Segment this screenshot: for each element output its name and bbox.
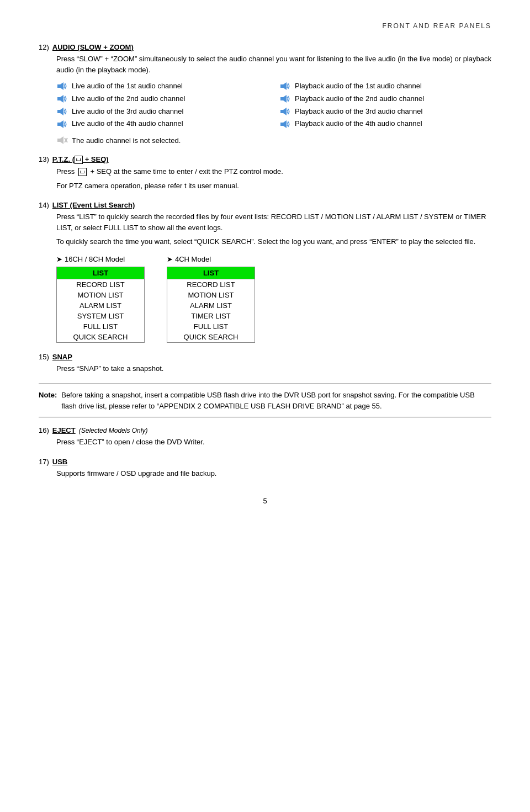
section-14-body: Press “LIST” to quickly search the recor…: [56, 211, 491, 343]
audio-item-live-1: Live audio of the 1st audio channel: [56, 81, 268, 92]
section-12-header: 12) AUDIO (SLOW + ZOOM): [39, 43, 491, 51]
section-16-header: 16) EJECT (Selected Models Only): [39, 426, 491, 434]
section-15-body: Press “SNAP” to take a snapshot.: [56, 363, 491, 374]
audio-playback-4-label: Playback audio of the 4th audio channel: [295, 118, 422, 130]
list-table-2-row-1: MOTION LIST: [167, 290, 255, 300]
svg-marker-5: [60, 95, 63, 103]
audio-playback-1-label: Playback audio of the 1st audio channel: [295, 81, 422, 92]
ptz-grid-icon-inline: ⌴: [78, 168, 87, 176]
model2-label: ➤ 4CH Model: [167, 255, 211, 263]
audio-item-playback-2: Playback audio of the 2nd audio channel: [279, 93, 491, 105]
model1-arrow: ➤: [56, 255, 62, 263]
section-14-number: 14): [39, 201, 49, 209]
list-table-1-cell-4: FULL LIST: [57, 321, 145, 332]
model2-arrow: ➤: [167, 255, 173, 263]
svg-marker-11: [283, 108, 287, 115]
list-table-2-row-2: ALARM LIST: [167, 300, 255, 311]
audio-live-2-label: Live audio of the 2nd audio channel: [72, 93, 185, 105]
svg-rect-16: [57, 139, 60, 142]
section-13-p1: Press ⌴ + SEQ at the same time to enter …: [56, 166, 491, 177]
list-table-1-cell-2: ALARM LIST: [57, 300, 145, 311]
list-table-1-row-4: FULL LIST: [57, 321, 145, 332]
audio-note-label: The audio channel is not selected.: [72, 136, 181, 145]
svg-marker-3: [283, 82, 287, 90]
page-footer: 5: [0, 497, 530, 505]
svg-rect-4: [57, 97, 60, 100]
note-content: Before taking a snapshot, insert a compa…: [61, 390, 491, 411]
audio-live-4-icon: [56, 119, 68, 129]
model1-label: ➤ 16CH / 8CH Model: [56, 255, 125, 263]
audio-note-row: The audio channel is not selected.: [56, 135, 491, 145]
note-box: Note: Before taking a snapshot, insert a…: [39, 384, 491, 417]
audio-playback-4-icon: [279, 119, 292, 129]
list-table-2-cell-3: TIMER LIST: [167, 311, 255, 321]
list-table-2-cell-0: RECORD LIST: [167, 279, 255, 290]
list-table-1-row-0: RECORD LIST: [57, 279, 145, 290]
audio-live-3-icon: [56, 107, 68, 116]
svg-marker-15: [283, 120, 287, 128]
list-table-2-row-5: QUICK SEARCH: [167, 332, 255, 343]
audio-item-playback-3: Playback audio of the 3rd audio channel: [279, 106, 491, 118]
ptz-grid-icon: ⌴: [75, 156, 83, 164]
svg-rect-12: [57, 123, 60, 126]
section-15-title: SNAP: [52, 353, 72, 361]
list-table-2-cell-5: QUICK SEARCH: [167, 332, 255, 343]
section-14: 14) LIST (Event List Search) Press “LIST…: [39, 201, 491, 343]
list-table-1-row-5: QUICK SEARCH: [57, 332, 145, 343]
svg-marker-13: [60, 120, 63, 128]
list-table-2-row-0: RECORD LIST: [167, 279, 255, 290]
section-17-title: USB: [52, 458, 67, 466]
list-table-2-header-row: LIST: [167, 267, 255, 279]
audio-playback-2-icon: [279, 94, 292, 104]
audio-live-2-icon: [56, 94, 68, 104]
section-17-body: Supports firmware / OSD upgrade and file…: [56, 468, 491, 479]
audio-muted-icon: [56, 135, 68, 145]
audio-live-3-label: Live audio of the 3rd audio channel: [72, 106, 183, 118]
page-header: FRONT AND REAR PANELS: [39, 22, 491, 30]
section-14-p2: To quickly search the time you want, sel…: [56, 236, 491, 247]
list-table-1-cell-0: RECORD LIST: [57, 279, 145, 290]
section-15-number: 15): [39, 353, 49, 361]
list-table-2-row-3: TIMER LIST: [167, 311, 255, 321]
section-12-title: AUDIO (SLOW + ZOOM): [52, 43, 134, 51]
audio-playback-3-label: Playback audio of the 3rd audio channel: [295, 106, 422, 118]
section-17-number: 17): [39, 458, 49, 466]
section-17-p1: Supports firmware / OSD upgrade and file…: [56, 468, 491, 479]
audio-playback-2-label: Playback audio of the 2nd audio channel: [295, 93, 424, 105]
page-number: 5: [263, 497, 267, 505]
svg-marker-9: [60, 108, 63, 115]
audio-live-4-label: Live audio of the 4th audio channel: [72, 118, 183, 130]
audio-live-1-label: Live audio of the 1st audio channel: [72, 81, 183, 92]
section-12-p1: Press “SLOW” + “ZOOM” simultaneously to …: [56, 54, 491, 75]
section-13-title-prefix: P.T.Z. (: [52, 155, 75, 163]
audio-playback-1-icon: [279, 81, 292, 91]
audio-item-playback-4: Playback audio of the 4th audio channel: [279, 118, 491, 130]
section-15-p1: Press “SNAP” to take a snapshot.: [56, 363, 491, 374]
section-13-body: Press ⌴ + SEQ at the same time to enter …: [56, 166, 491, 191]
audio-item-playback-1: Playback audio of the 1st audio channel: [279, 81, 491, 92]
section-13: 13) P.T.Z. (⌴ + SEQ) Press ⌴ + SEQ at th…: [39, 155, 491, 191]
section-16-title: EJECT: [52, 426, 76, 434]
list-table-2-cell-2: ALARM LIST: [167, 300, 255, 311]
svg-marker-17: [60, 136, 63, 144]
audio-live-1-icon: [56, 81, 68, 91]
section-17: 17) USB Supports firmware / OSD upgrade …: [39, 458, 491, 479]
model2-label-text: 4CH Model: [175, 255, 211, 263]
svg-rect-8: [57, 110, 60, 113]
list-table-1-cell-3: SYSTEM LIST: [57, 311, 145, 321]
section-14-header: 14) LIST (Event List Search): [39, 201, 491, 209]
list-table-2-row-4: FULL LIST: [167, 321, 255, 332]
section-15-header: 15) SNAP: [39, 353, 491, 361]
list-table-2: LIST RECORD LIST MOTION LIST ALARM LIST: [167, 267, 255, 343]
audio-item-live-4: Live audio of the 4th audio channel: [56, 118, 268, 130]
note-label: Note:: [39, 390, 57, 411]
list-table-1-cell-5: QUICK SEARCH: [57, 332, 145, 343]
section-13-title: P.T.Z. (⌴ + SEQ): [52, 155, 109, 164]
list-table-2-cell-1: MOTION LIST: [167, 290, 255, 300]
model2-block: ➤ 4CH Model LIST RECORD LIST MOTION LIST: [167, 255, 255, 343]
audio-grid: Live audio of the 1st audio channel Play…: [56, 81, 491, 130]
section-13-title-suffix: + SEQ): [83, 155, 109, 163]
svg-rect-2: [280, 84, 283, 88]
svg-rect-14: [280, 123, 283, 126]
audio-item-live-3: Live audio of the 3rd audio channel: [56, 106, 268, 118]
